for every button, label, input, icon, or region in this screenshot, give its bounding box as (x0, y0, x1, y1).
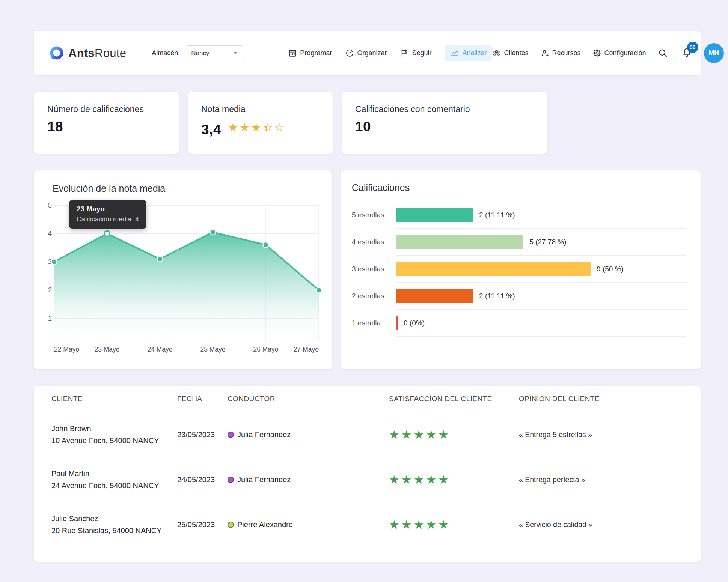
rating-row-3-stars: 3 estrellas 9 (50 %) (352, 256, 686, 283)
table-row: Julie Sanchez 20 Rue Stanislas, 54000 NA… (34, 502, 701, 547)
analytics-chart-icon (451, 49, 459, 57)
star-filled-icon: ★ (426, 429, 438, 441)
stat-title: Calificaciones con comentario (355, 104, 534, 114)
opinion-cell: « Entrega 5 estrellas » (519, 430, 686, 439)
star-filled-icon: ★ (414, 519, 426, 531)
y-tick-label: 2 (48, 286, 52, 294)
notification-count-badge: 50 (687, 42, 698, 53)
nav-organizar[interactable]: Organizar (345, 49, 387, 57)
rating-bar-value: 9 (50 %) (597, 265, 624, 273)
page: AntsRoute Almacén Nancy (0, 0, 728, 582)
user-avatar[interactable]: MH (704, 43, 724, 63)
star-filled-icon: ★ (426, 519, 438, 531)
top-navbar: AntsRoute Almacén Nancy (34, 31, 701, 75)
x-tick-label: 22 Mayo (54, 346, 79, 353)
rating-bar (396, 316, 398, 330)
stat-card-ratings-with-comment: Calificaciones con comentario 10 (342, 92, 547, 154)
warehouse-select[interactable]: Nancy (185, 45, 244, 61)
client-address: 20 Rue Stanislas, 54000 NANCY (51, 526, 177, 535)
tooltip-title: 23 Mayo (77, 205, 139, 213)
star-filled-icon: ★ (240, 122, 251, 133)
calendar-icon (288, 49, 297, 57)
client-name: Julie Sanchez (51, 514, 177, 523)
client-cell: Julie Sanchez 20 Rue Stanislas, 54000 NA… (51, 514, 177, 535)
star-filled-icon: ★ (438, 474, 451, 486)
rating-row-4-stars: 4 estrellas 5 (27,78 %) (352, 229, 686, 256)
nav-label: Configuración (604, 49, 646, 57)
average-rating-stars: ★★★☆★☆ (228, 122, 286, 133)
star-filled-icon: ★ (401, 519, 414, 531)
nav-recursos[interactable]: Recursos (541, 49, 581, 57)
stats-row: Número de calificaciones 18 Nota media 3… (34, 92, 701, 154)
person-plus-icon (541, 49, 549, 57)
opinion-cell: « Entrega perfecta » (519, 475, 686, 484)
date-cell: 23/05/2023 (177, 430, 228, 439)
nav-clientes[interactable]: Clientes (492, 49, 528, 57)
nav-label: Seguir (412, 49, 431, 57)
x-tick-label: 26 Mayo (253, 346, 278, 353)
driver-cell: Julia Fernandez (228, 475, 389, 484)
column-header-fecha: FECHA (177, 395, 228, 403)
rating-row-label: 3 estrellas (352, 256, 396, 283)
star-empty-icon: ☆ (274, 122, 286, 133)
gauge-icon (345, 49, 354, 57)
charts-row: Evolución de la nota media 54321 23 Mayo… (34, 170, 701, 369)
stat-value: 18 (47, 119, 165, 135)
stat-card-total-ratings: Número de calificaciones 18 (34, 92, 179, 154)
satisfaction-stars: ★★★★★ (389, 429, 519, 441)
driver-name: Julia Fernandez (237, 430, 291, 439)
stat-title: Nota media (201, 104, 319, 114)
nav-label: Clientes (504, 49, 528, 57)
client-address: 24 Avenue Foch, 54000 NANCY (51, 481, 177, 490)
ratings-breakdown-title: Calificaciones (352, 182, 686, 193)
content: AntsRoute Almacén Nancy (34, 0, 701, 582)
date-cell: 24/05/2023 (177, 475, 228, 484)
rating-row-2-stars: 2 estrellas 2 (11,11 %) (352, 283, 686, 310)
client-name: Paul Martin (51, 469, 177, 478)
nav-configuracion[interactable]: Configuración (593, 49, 646, 57)
main-menu: Programar Organizar Seguir (288, 45, 492, 61)
client-cell: Paul Martin 24 Avenue Foch, 54000 NANCY (51, 469, 177, 490)
stat-value: 3,4 (201, 122, 221, 138)
client-name: John Brown (51, 424, 177, 433)
warehouse-group: Almacén Nancy (152, 45, 244, 61)
rating-bar (396, 262, 591, 276)
nav-label: Programar (300, 49, 332, 57)
column-header-cliente: CLIENTE (51, 395, 177, 403)
search-icon (658, 48, 668, 58)
x-axis: 22 Mayo23 Mayo24 Mayo25 Mayo26 Mayo27 Ma… (54, 346, 319, 355)
y-tick-label: 5 (48, 201, 52, 209)
warehouse-select-value: Nancy (191, 50, 209, 57)
star-filled-icon: ★ (438, 429, 451, 441)
opinion-cell: « Servicio de calidad » (519, 520, 686, 529)
evolution-chart-title: Evolución de la nota media (53, 183, 319, 194)
x-tick-label: 27 Mayo (294, 346, 319, 353)
satisfaction-stars: ★★★★★ (389, 474, 519, 486)
star-filled-icon: ★ (228, 122, 240, 133)
tooltip-value: Calificación media: 4 (77, 215, 139, 223)
driver-name: Julia Fernandez (237, 475, 291, 484)
search-button[interactable] (658, 48, 668, 58)
star-filled-icon: ★ (414, 474, 426, 486)
stat-value: 10 (355, 119, 534, 135)
nav-programar[interactable]: Programar (288, 49, 332, 57)
star-filled-icon: ★ (401, 474, 414, 486)
rating-bar-value: 2 (11,11 %) (479, 211, 515, 219)
nav-seguir[interactable]: Seguir (400, 49, 431, 57)
brand-logo[interactable]: AntsRoute (48, 45, 126, 62)
column-header-opinion: OPINION DEL CLIENTE (519, 395, 686, 403)
x-tick-label: 24 Mayo (147, 346, 172, 353)
client-cell: John Brown 10 Avenue Foch, 54000 NANCY (51, 424, 177, 445)
nav-analizar[interactable]: Analizar (445, 45, 492, 61)
stat-title: Número de calificaciones (47, 104, 165, 114)
star-filled-icon: ★ (389, 474, 401, 486)
plot-area: 23 Mayo Calificación media: 4 22 Mayo23 … (54, 205, 319, 341)
table-row: John Brown 10 Avenue Foch, 54000 NANCY 2… (34, 412, 701, 457)
driver-color-dot (228, 522, 234, 528)
driver-name: Pierre Alexandre (237, 520, 293, 529)
rating-row-1-star: 1 estrella 0 (0%) (352, 310, 686, 337)
nav-label: Recursos (552, 49, 581, 57)
rating-bar (396, 289, 473, 303)
notifications-button[interactable]: 50 (682, 47, 692, 59)
table-row: Paul Martin 24 Avenue Foch, 54000 NANCY … (34, 457, 701, 502)
